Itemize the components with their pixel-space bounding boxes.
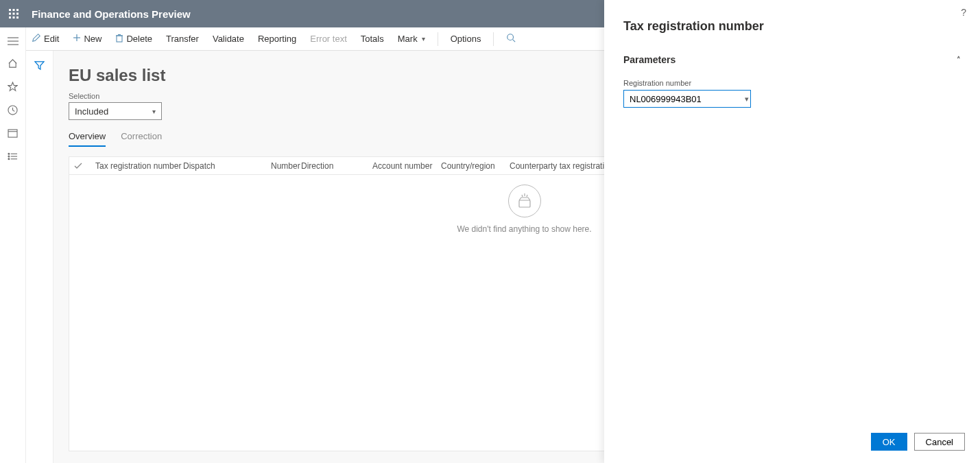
svg-rect-0 [9, 9, 11, 11]
col-account[interactable]: Account number [364, 161, 433, 171]
svg-point-16 [507, 34, 514, 40]
svg-rect-30 [519, 200, 530, 207]
error-text-button[interactable]: Error text [304, 31, 352, 47]
edit-label: Edit [44, 34, 59, 44]
cancel-button[interactable]: Cancel [914, 433, 965, 451]
app-title: Finance and Operations Preview [32, 8, 191, 20]
reporting-button[interactable]: Reporting [252, 31, 302, 47]
edit-button[interactable]: Edit [26, 30, 64, 47]
select-all-check[interactable] [69, 163, 87, 169]
empty-state-text: We didn't find anything to show here. [457, 224, 591, 234]
side-panel-title: Tax registration number [604, 0, 980, 45]
action-search-button[interactable] [501, 30, 521, 47]
search-icon [506, 33, 516, 45]
registration-number-input[interactable] [630, 94, 745, 104]
svg-rect-3 [9, 13, 11, 15]
parameters-label: Parameters [623, 54, 676, 65]
new-button[interactable]: New [67, 31, 107, 47]
registration-number-field[interactable]: ▾ [623, 90, 751, 108]
svg-point-24 [8, 153, 10, 154]
tab-overview[interactable]: Overview [69, 131, 106, 147]
side-panel: ? Tax registration number Parameters ˄ R… [604, 0, 980, 463]
validate-button[interactable]: Validate [207, 31, 250, 47]
separator [438, 32, 438, 46]
col-direction[interactable]: Direction [293, 161, 364, 171]
help-icon[interactable]: ? [961, 7, 966, 18]
svg-rect-7 [13, 16, 15, 19]
col-number[interactable]: Number [263, 161, 293, 171]
svg-line-17 [513, 40, 516, 43]
selection-dropdown[interactable]: Included ▾ [69, 102, 162, 120]
options-button[interactable]: Options [445, 31, 487, 47]
transfer-button[interactable]: Transfer [160, 31, 204, 47]
ok-button[interactable]: OK [871, 433, 907, 451]
filter-icon[interactable] [34, 60, 45, 463]
new-label: New [84, 34, 101, 44]
delete-button[interactable]: Delete [110, 31, 158, 47]
svg-rect-8 [16, 16, 19, 19]
svg-rect-22 [8, 130, 17, 137]
empty-state-icon [508, 185, 541, 217]
parameters-section: Parameters ˄ Registration number ▾ [604, 45, 980, 108]
left-rail [0, 27, 26, 463]
svg-point-28 [8, 158, 10, 160]
trash-icon [115, 34, 123, 45]
svg-rect-6 [9, 16, 11, 19]
clock-icon[interactable] [8, 105, 18, 117]
svg-rect-1 [13, 9, 15, 11]
tab-correction[interactable]: Correction [121, 131, 162, 147]
filter-column [26, 51, 53, 463]
separator [493, 32, 494, 46]
hamburger-icon[interactable] [8, 36, 19, 47]
list-icon[interactable] [8, 151, 18, 163]
workspace-icon[interactable] [8, 128, 18, 140]
mark-button[interactable]: Mark ▾ [392, 31, 431, 47]
plus-icon [73, 34, 81, 44]
col-dispatch[interactable]: Dispatch [175, 161, 263, 171]
star-icon[interactable] [8, 82, 18, 94]
chevron-down-icon[interactable]: ▾ [745, 95, 749, 104]
svg-point-26 [8, 156, 10, 157]
col-tax-reg[interactable]: Tax registration number [87, 161, 175, 171]
svg-rect-2 [16, 9, 19, 11]
totals-button[interactable]: Totals [355, 31, 390, 47]
svg-rect-4 [13, 13, 15, 15]
side-panel-footer: OK Cancel [604, 420, 980, 463]
parameters-header[interactable]: Parameters ˄ [623, 45, 961, 75]
app-launcher-icon[interactable] [5, 5, 22, 22]
chevron-down-icon: ▾ [422, 35, 425, 43]
chevron-down-icon: ▾ [152, 108, 156, 115]
registration-number-label: Registration number [623, 79, 961, 87]
svg-rect-13 [117, 36, 122, 42]
selection-value: Included [75, 106, 108, 117]
svg-rect-5 [16, 13, 19, 15]
home-icon[interactable] [8, 58, 18, 71]
delete-label: Delete [126, 34, 152, 44]
pencil-icon [32, 33, 41, 45]
col-country[interactable]: Country/region [433, 161, 501, 171]
chevron-up-icon: ˄ [957, 56, 961, 64]
